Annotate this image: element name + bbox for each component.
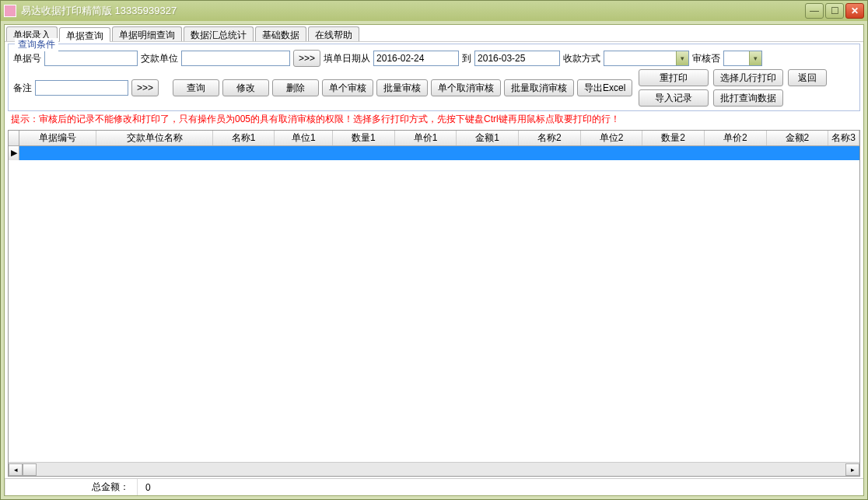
hint-text: 提示：审核后的记录不能修改和打印了，只有操作员为005的具有取消审核的权限！选择… bbox=[5, 113, 863, 128]
import-button[interactable]: 导入记录 bbox=[639, 89, 709, 107]
column-header[interactable]: 金额2 bbox=[767, 131, 829, 145]
date-from-label: 填单日期从 bbox=[324, 52, 370, 65]
row-indicator-icon: ▶ bbox=[9, 146, 19, 160]
select-lines-print-button[interactable]: 选择几行打印 bbox=[713, 69, 783, 86]
query-fieldset: 查询条件 单据号 交款单位 >>> 填单日期从 到 收款方式 ▾ 审核否 bbox=[8, 44, 860, 111]
close-button[interactable]: ✕ bbox=[845, 3, 864, 19]
audit-batch-button[interactable]: 批量审核 bbox=[376, 79, 428, 96]
delete-button[interactable]: 删除 bbox=[272, 79, 319, 96]
query-button[interactable]: 查询 bbox=[173, 79, 219, 96]
column-header[interactable]: 名称1 bbox=[213, 131, 275, 145]
doc-no-input[interactable] bbox=[44, 51, 138, 66]
payer-label: 交款单位 bbox=[141, 52, 178, 65]
tab-2[interactable]: 单据明细查询 bbox=[112, 26, 182, 41]
column-header[interactable]: 单据编号 bbox=[19, 131, 97, 145]
row-selector-header bbox=[9, 131, 19, 145]
title-bar: 易达收据打印精简版 13335939327 — ☐ ✕ bbox=[1, 1, 867, 21]
chevron-down-icon[interactable]: ▾ bbox=[749, 51, 761, 65]
column-header[interactable]: 数量2 bbox=[642, 131, 705, 145]
grid-header: 单据编号交款单位名称名称1单位1数量1单价1金额1名称2单位2数量2单价2金额2… bbox=[9, 131, 859, 146]
doc-no-label: 单据号 bbox=[13, 52, 41, 65]
audit-one-button[interactable]: 单个审核 bbox=[322, 79, 373, 96]
column-header[interactable]: 单位2 bbox=[581, 131, 643, 145]
tab-bar: 单据录入单据查询单据明细查询数据汇总统计基础数据在线帮助 bbox=[5, 25, 863, 42]
window-title: 易达收据打印精简版 13335939327 bbox=[21, 4, 805, 18]
tab-5[interactable]: 在线帮助 bbox=[308, 26, 359, 41]
remark-label: 备注 bbox=[13, 82, 32, 95]
column-header[interactable]: 单价2 bbox=[705, 131, 767, 145]
cancel-one-button[interactable]: 单个取消审核 bbox=[431, 79, 501, 96]
column-header[interactable]: 名称2 bbox=[519, 131, 581, 145]
column-header[interactable]: 数量1 bbox=[333, 131, 395, 145]
tab-1[interactable]: 单据查询 bbox=[59, 27, 110, 42]
payer-input[interactable] bbox=[181, 51, 290, 66]
total-value: 0 bbox=[137, 479, 230, 495]
audit-flag-label: 审核否 bbox=[692, 52, 720, 65]
tab-4[interactable]: 基础数据 bbox=[255, 26, 306, 41]
scroll-right-icon[interactable]: ▸ bbox=[845, 463, 859, 476]
remark-lookup-button[interactable]: >>> bbox=[131, 79, 159, 96]
back-button[interactable]: 返回 bbox=[788, 69, 827, 86]
pay-method-label: 收款方式 bbox=[563, 52, 600, 65]
pay-method-select[interactable]: ▾ bbox=[604, 51, 689, 66]
cancel-batch-button[interactable]: 批量取消审核 bbox=[504, 79, 574, 96]
chevron-down-icon[interactable]: ▾ bbox=[676, 51, 688, 65]
column-header[interactable]: 交款单位名称 bbox=[96, 131, 212, 145]
date-to-input[interactable] bbox=[474, 51, 560, 66]
table-row[interactable]: ▶ bbox=[9, 146, 859, 160]
date-to-label: 到 bbox=[462, 52, 471, 65]
scroll-left-icon[interactable]: ◂ bbox=[9, 463, 23, 476]
scroll-thumb[interactable] bbox=[23, 463, 37, 476]
date-from-input[interactable] bbox=[373, 51, 459, 66]
grid-body[interactable]: ▶ bbox=[9, 146, 859, 462]
export-button[interactable]: 导出Excel bbox=[577, 79, 632, 96]
remark-input[interactable] bbox=[35, 80, 128, 96]
fieldset-legend: 查询条件 bbox=[15, 38, 58, 51]
batch-print-query-button[interactable]: 批打查询数据 bbox=[713, 89, 783, 107]
column-header[interactable]: 金额1 bbox=[457, 131, 519, 145]
app-window: 易达收据打印精简版 13335939327 — ☐ ✕ 单据录入单据查询单据明细… bbox=[0, 0, 868, 500]
tab-3[interactable]: 数据汇总统计 bbox=[184, 26, 254, 41]
column-header[interactable]: 单价1 bbox=[395, 131, 457, 145]
horizontal-scrollbar[interactable]: ◂ ▸ bbox=[9, 462, 859, 476]
total-label: 总金额： bbox=[5, 479, 137, 495]
column-header[interactable]: 单位1 bbox=[275, 131, 333, 145]
modify-button[interactable]: 修改 bbox=[222, 79, 269, 96]
audit-flag-select[interactable]: ▾ bbox=[723, 51, 762, 66]
payer-lookup-button[interactable]: >>> bbox=[293, 50, 320, 67]
data-grid: 单据编号交款单位名称名称1单位1数量1单价1金额1名称2单位2数量2单价2金额2… bbox=[8, 130, 860, 477]
column-header[interactable]: 名称3 bbox=[828, 131, 859, 145]
reprint-button[interactable]: 重打印 bbox=[639, 69, 709, 86]
maximize-button[interactable]: ☐ bbox=[825, 3, 844, 19]
status-bar: 总金额： 0 bbox=[5, 478, 863, 495]
app-icon bbox=[4, 5, 16, 17]
minimize-button[interactable]: — bbox=[805, 3, 824, 19]
